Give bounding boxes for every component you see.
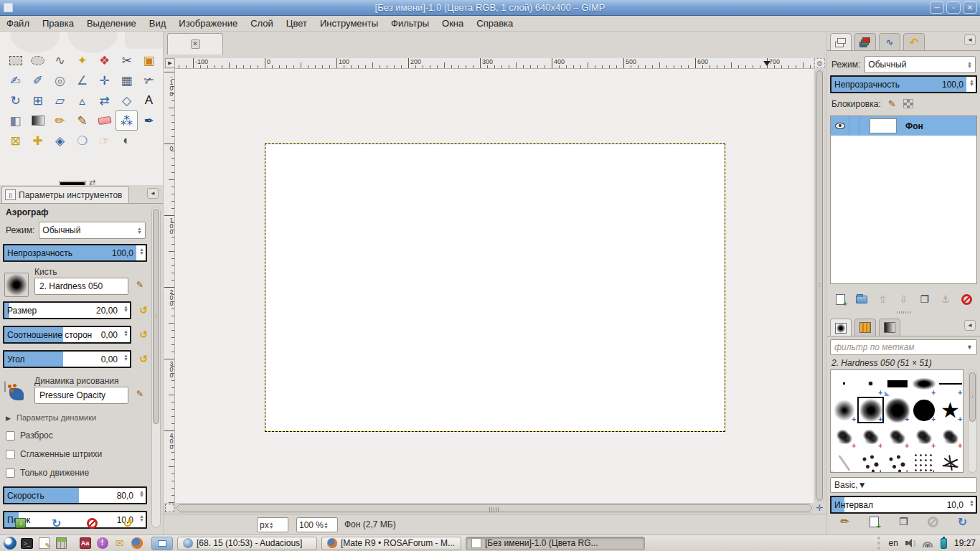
tab-gradients[interactable] xyxy=(879,319,900,336)
new-group-button[interactable] xyxy=(853,291,870,307)
brush-acrylic-2[interactable]: + xyxy=(857,423,884,450)
maximize-button[interactable]: ▫ xyxy=(946,1,961,14)
messenger-launcher-icon[interactable]: ! xyxy=(95,537,110,550)
perspective-tool[interactable]: ▵ xyxy=(71,90,93,110)
delete-preset-button[interactable] xyxy=(83,515,100,531)
checkbox-сглаженные-штрихи[interactable] xyxy=(6,450,15,459)
delete-layer-button[interactable] xyxy=(958,291,975,307)
keyboard-layout-indicator[interactable]: en xyxy=(889,538,898,548)
rectangle-select-tool[interactable] xyxy=(4,50,27,70)
airbrush-tool[interactable]: ⁂ xyxy=(116,110,138,131)
fuzzy-select-tool[interactable]: ✦ xyxy=(71,50,93,70)
text-tool[interactable]: A xyxy=(138,90,160,110)
menu-изображение[interactable]: Изображение xyxy=(172,17,244,30)
ellipse-select-tool[interactable] xyxy=(27,50,49,70)
brush-hardness-050[interactable]: + xyxy=(857,397,884,423)
wifi-icon[interactable] xyxy=(923,540,933,547)
brush-acrylic-3[interactable]: + xyxy=(884,423,910,450)
calculator-launcher-icon[interactable] xyxy=(54,537,69,550)
brush-hardness-100[interactable]: + xyxy=(910,397,937,423)
layer-list[interactable]: Фон xyxy=(830,116,977,284)
edit-dynamics-icon[interactable]: ✎ xyxy=(133,389,147,402)
brush-star[interactable]: ★+ xyxy=(937,397,963,423)
anchor-layer-button[interactable]: ⚓ xyxy=(937,291,954,307)
brush-stroke[interactable] xyxy=(831,450,857,473)
brush-acrylic-1[interactable]: + xyxy=(831,423,857,450)
ink-tool[interactable]: ✒ xyxy=(138,110,160,131)
dock-splitter[interactable] xyxy=(827,311,980,317)
menu-справка[interactable]: Справка xyxy=(470,17,519,30)
color-picker-tool[interactable]: ✐ xyxy=(27,70,49,90)
dock-collapse-icon[interactable]: ◄ xyxy=(964,34,976,45)
terminal-launcher-icon[interactable]: >_ xyxy=(19,537,34,550)
dock-collapse-icon[interactable]: ◄ xyxy=(964,320,976,331)
aspect-ratio-slider[interactable]: Соотношение сторон 0,00 ▲▼ xyxy=(3,326,131,344)
menu-вид[interactable]: Вид xyxy=(143,17,173,30)
move-tool[interactable]: ✛ xyxy=(93,70,116,90)
zoom-tool[interactable]: ◎ xyxy=(49,70,71,90)
brush-acrylic-4[interactable]: + xyxy=(910,423,937,450)
dictionary-launcher-icon[interactable]: Aa xyxy=(77,537,93,550)
menu-выделение[interactable]: Выделение xyxy=(80,17,143,30)
menu-слой[interactable]: Слой xyxy=(244,17,280,30)
reset-size-icon[interactable]: ↺ xyxy=(136,303,151,319)
lock-pixels-icon[interactable]: ✎ xyxy=(888,98,896,109)
heal-tool[interactable]: ✚ xyxy=(27,131,49,151)
brush-small-dot[interactable]: + xyxy=(857,370,884,397)
tab-paths[interactable]: ∿ xyxy=(879,33,900,51)
paths-tool[interactable]: ✍ xyxy=(4,70,27,90)
crop-tool[interactable]: ✃ xyxy=(138,70,160,90)
window-titlebar[interactable]: [Без имени]-1.0 (Цвета RGB, 1 слой) 640x… xyxy=(0,0,980,16)
brush-preset-select[interactable]: Basic, ▼ xyxy=(830,477,977,493)
select-by-color-tool[interactable]: ❖ xyxy=(93,50,116,70)
spin-arrows[interactable]: ▲▼ xyxy=(137,227,142,234)
pencil-tool[interactable]: ✏ xyxy=(49,110,71,131)
align-tool[interactable]: ▦ xyxy=(116,70,138,90)
menu-инструменты[interactable]: Инструменты xyxy=(314,17,385,30)
checkbox-только-движение[interactable] xyxy=(6,468,15,478)
layer-thumbnail[interactable] xyxy=(870,118,897,133)
brush-pixel[interactable] xyxy=(831,370,857,397)
scissors-select-tool[interactable]: ✂ xyxy=(116,50,138,70)
volume-icon[interactable]: ) xyxy=(905,539,915,547)
perspective-clone-tool[interactable]: ◈ xyxy=(49,131,71,151)
quick-mask-toggle[interactable] xyxy=(165,504,174,512)
filter-dropdown-icon[interactable]: ▼ xyxy=(966,344,973,351)
save-preset-button[interactable]: ↓ xyxy=(12,515,29,531)
paint-mode-select[interactable]: Обычный ▲▼ xyxy=(39,222,146,239)
lower-layer-button[interactable]: ⇩ xyxy=(895,291,912,307)
spacing-slider[interactable]: Интервал 10,0 ▲▼ xyxy=(830,496,977,514)
mail-launcher-icon[interactable]: ✉ xyxy=(112,537,127,550)
new-layer-button[interactable] xyxy=(832,291,849,307)
new-brush-button[interactable] xyxy=(866,514,883,529)
duplicate-layer-button[interactable]: ❐ xyxy=(916,291,933,307)
layer-mode-select[interactable]: Обычный ▲▼ xyxy=(864,56,976,73)
layer-opacity-slider[interactable]: Непрозрачность 100,0 ▲▼ xyxy=(830,75,977,93)
ruler-corner-menu-icon[interactable]: ▶ xyxy=(165,58,175,68)
firefox-launcher-icon[interactable] xyxy=(129,537,144,550)
brush-fuzzy-ellipse[interactable]: + xyxy=(910,370,937,397)
reset-angle-icon[interactable]: ↺ xyxy=(136,352,151,367)
tab-layers[interactable] xyxy=(830,33,852,52)
free-select-tool[interactable]: ∿ xyxy=(49,50,71,70)
brush-scatter-1[interactable]: + xyxy=(857,450,884,473)
layer-name[interactable]: Фон xyxy=(905,121,923,131)
menu-окна[interactable]: Окна xyxy=(435,17,470,30)
reset-aspect-icon[interactable]: ↺ xyxy=(136,327,151,343)
swap-colors-icon[interactable]: ⇄ xyxy=(89,178,95,185)
task-button-gimp[interactable]: [Без имени]-1.0 (Цвета RG... xyxy=(466,537,645,550)
layer-link-cell[interactable] xyxy=(849,116,859,136)
brush-preview[interactable] xyxy=(4,273,29,297)
layer-visibility-icon[interactable] xyxy=(835,123,845,129)
image-canvas[interactable] xyxy=(265,143,725,432)
canvas-viewport[interactable] xyxy=(175,69,814,503)
flip-tool[interactable]: ⇄ xyxy=(93,90,116,110)
vertical-ruler[interactable]: -100 0 100 200 300 400 xyxy=(164,69,175,503)
dynamics-select[interactable]: Pressure Opacity xyxy=(34,387,128,404)
text-editor-launcher-icon[interactable] xyxy=(37,537,52,550)
refresh-brushes-button[interactable]: ↻ xyxy=(954,514,971,529)
measure-tool[interactable]: ∠ xyxy=(71,70,93,90)
rate-slider[interactable]: Скорость 80,0 ▲▼ xyxy=(3,486,147,504)
brush-select[interactable]: 2. Hardness 050 xyxy=(34,278,128,295)
checkbox-разброс[interactable] xyxy=(6,431,15,441)
